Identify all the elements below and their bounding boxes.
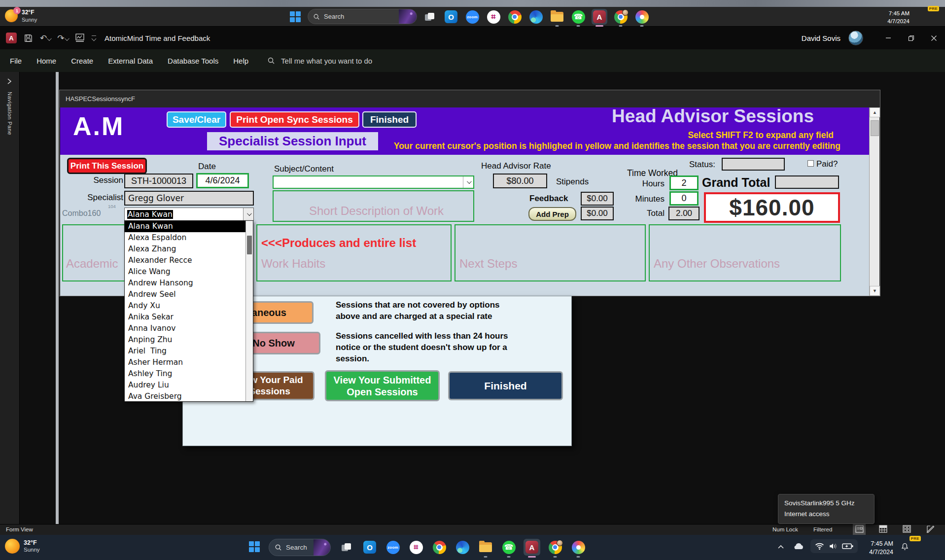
chrome-icon[interactable] (431, 539, 448, 556)
file-explorer-icon[interactable] (477, 539, 494, 556)
print-open-sync-button[interactable]: Print Open Sync Sessions (230, 111, 359, 128)
minutes-field[interactable]: 0 (669, 191, 699, 206)
view-submitted-open-sessions-button[interactable]: View Your Submitted Open Sessions (325, 370, 440, 401)
paint-icon[interactable] (570, 539, 587, 556)
form-tool-icon[interactable] (75, 33, 85, 43)
undo-button[interactable]: ↶ (40, 33, 50, 43)
layout-view-icon[interactable] (900, 523, 913, 535)
zoom-icon[interactable]: zoom (464, 9, 480, 25)
form-scrollbar[interactable]: ▲ ▼ (869, 107, 879, 296)
dropdown-item[interactable]: Ariel Ting (125, 346, 245, 357)
specialist-dropdown-list[interactable]: Alana KwanAlexa EspaldonAlexa ZhangAlexa… (124, 220, 253, 402)
notifications-bell[interactable] (900, 542, 910, 554)
design-view-icon[interactable] (924, 523, 937, 535)
finished-header-button[interactable]: Finished (362, 111, 417, 128)
print-this-session-button[interactable]: Print This Session (67, 158, 147, 174)
redo-button[interactable]: ↷ (57, 33, 68, 43)
zoom-icon[interactable]: zoom (385, 539, 401, 556)
whatsapp-icon[interactable]: ☎ (570, 9, 586, 25)
chevron-down-icon[interactable] (243, 208, 253, 220)
chrome-profile-icon[interactable] (547, 539, 563, 556)
task-view-icon[interactable] (422, 9, 438, 25)
dropdown-item[interactable]: Alana Kwan (125, 221, 245, 232)
dropdown-item[interactable]: Alice Wang (125, 266, 245, 278)
account-avatar[interactable] (848, 31, 863, 45)
whatsapp-icon[interactable]: ☎ (500, 539, 517, 556)
save-clear-button[interactable]: Save/Clear (167, 111, 226, 128)
weather-widget[interactable]: 32°F Sunny (5, 539, 40, 554)
system-tray[interactable] (810, 539, 858, 553)
restore-button[interactable] (900, 27, 922, 49)
outlook-icon[interactable]: O (361, 539, 378, 556)
file-explorer-icon[interactable] (549, 9, 565, 25)
dropdown-item[interactable]: Ashley Ting (125, 368, 245, 380)
dropdown-item[interactable]: Alexa Zhang (125, 244, 245, 255)
scroll-down-arrow[interactable]: ▼ (870, 286, 880, 296)
outlook-icon[interactable]: O (443, 9, 459, 25)
slack-icon[interactable]: ⌗ (408, 539, 424, 556)
ribbon-tab[interactable]: Help (233, 57, 248, 65)
finished-lower-button[interactable]: Finished (448, 371, 563, 400)
search-box[interactable]: Search (269, 539, 331, 556)
navigation-pane-collapsed[interactable]: Navigation Pane (0, 72, 20, 524)
close-button[interactable] (922, 27, 945, 49)
ribbon-tab[interactable]: Database Tools (168, 57, 218, 65)
ribbon-tab[interactable]: File (10, 57, 22, 65)
observations-box[interactable]: Any Other Observations (649, 224, 841, 281)
ribbon-tab[interactable]: Create (71, 57, 93, 65)
onedrive-icon[interactable] (793, 542, 805, 552)
datasheet-view-icon[interactable] (876, 523, 889, 535)
ribbon-tab[interactable]: External Data (108, 57, 153, 65)
dropdown-item[interactable]: Alexa Espaldon (125, 232, 245, 244)
dropdown-item[interactable]: Ava Greisberg (125, 391, 245, 402)
minimize-button[interactable] (877, 27, 900, 49)
dropdown-scrollbar[interactable] (245, 221, 253, 401)
edge-icon[interactable] (454, 539, 471, 556)
dropdown-item[interactable]: Anping Zhu (125, 334, 245, 346)
access-icon[interactable]: A (524, 539, 540, 556)
paid-checkbox[interactable] (807, 160, 814, 167)
form-view-icon[interactable] (853, 523, 866, 535)
status-field[interactable] (722, 158, 785, 171)
top-clock[interactable]: 7:45 AM 4/7/2024 (887, 10, 910, 25)
dropdown-item[interactable]: Anna Ivanov (125, 323, 245, 334)
edge-icon[interactable] (528, 9, 544, 25)
access-icon[interactable]: A (592, 9, 607, 25)
start-button[interactable] (249, 541, 260, 552)
session-field[interactable]: STH-1000013 (124, 174, 193, 188)
ribbon-tab[interactable]: Home (36, 57, 56, 65)
specialist-field[interactable]: Gregg Glover (124, 191, 254, 206)
expand-nav-pane-icon[interactable] (6, 78, 12, 87)
customize-qat-button[interactable] (92, 35, 96, 40)
weather-widget[interactable]: 1 32°F Sunny (5, 9, 37, 23)
next-steps-box[interactable]: Next Steps (455, 224, 646, 281)
slack-icon[interactable]: ⌗ (486, 9, 501, 25)
dropdown-item[interactable]: Alexander Recce (125, 255, 245, 266)
form-tab-title[interactable]: HASPECSessionssyncF (66, 95, 135, 103)
paint-icon[interactable] (634, 9, 650, 25)
start-button[interactable] (290, 11, 301, 22)
date-field[interactable]: 4/6/2024 (196, 173, 249, 188)
dropdown-item[interactable]: Anika Sekar (125, 312, 245, 323)
grand-total-field[interactable] (775, 175, 839, 189)
tray-overflow-button[interactable] (777, 543, 785, 553)
dropdown-item[interactable]: Andy Xu (125, 300, 245, 312)
account-name[interactable]: David Sovis (802, 34, 840, 42)
bottom-clock[interactable]: 7:45 AM 4/7/2024 (859, 540, 893, 557)
specialist-combo[interactable]: Alana Kwan (124, 208, 254, 221)
task-view-icon[interactable] (338, 539, 355, 556)
short-description-box[interactable]: Short Description of Work (273, 190, 474, 222)
save-icon[interactable] (24, 34, 33, 43)
dropdown-item[interactable]: Asher Herman (125, 357, 245, 368)
chevron-down-icon[interactable] (463, 176, 473, 188)
dropdown-item[interactable]: Andrew Seel (125, 289, 245, 300)
search-box[interactable]: Search (308, 9, 417, 24)
subject-content-combo[interactable] (273, 175, 474, 189)
tell-me-search[interactable]: Tell me what you want to do (267, 57, 372, 65)
dropdown-scrollbar-thumb[interactable] (247, 236, 252, 254)
hours-field[interactable]: 2 (669, 175, 699, 190)
filtered-indicator[interactable]: Filtered (813, 526, 832, 532)
total-field[interactable]: 2.00 (668, 207, 700, 220)
chrome-profile-icon[interactable] (613, 9, 629, 25)
work-habits-box[interactable]: <<<Produces and entire list Work Habits (256, 224, 452, 281)
